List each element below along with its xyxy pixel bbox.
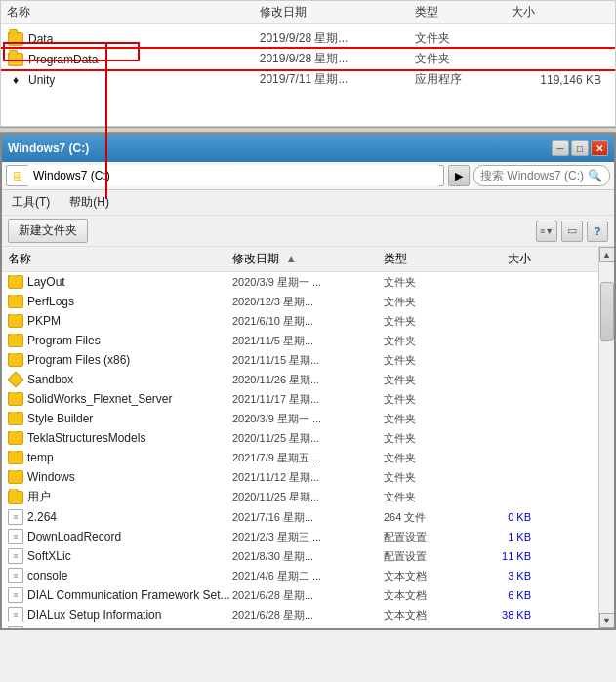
list-file-name: Program Files (x86) — [27, 353, 130, 367]
list-date-cell: 2021/11/17 星期... — [232, 392, 384, 407]
folder-icon — [8, 295, 23, 308]
list-col-type[interactable]: 类型 — [384, 251, 467, 267]
scrollbar-thumb[interactable] — [600, 282, 614, 341]
maximize-button[interactable]: □ — [571, 140, 589, 156]
file-list-pane[interactable]: 名称 修改日期 ▲ 类型 大小 LayOut 2020/3/9 星期一 ... … — [2, 247, 598, 628]
list-file-name: Style Builder — [27, 412, 93, 425]
list-size-cell: 11 KB — [467, 550, 535, 562]
top-file-row[interactable]: Data 2019/9/28 星期... 文件夹 — [1, 28, 615, 49]
list-item[interactable]: Style Builder 2020/3/9 星期一 ... 文件夹 — [2, 409, 598, 428]
list-item[interactable]: PKPM 2021/6/10 星期... 文件夹 — [2, 311, 598, 331]
list-item[interactable]: Program Files (x86) 2021/11/15 星期... 文件夹 — [2, 350, 598, 370]
file-icon: ≡ — [8, 568, 23, 583]
list-item[interactable]: ≡ console 2021/4/6 星期二 ... 文本文档 3 KB — [2, 566, 598, 585]
list-date-cell: 2021/4/6 星期二 ... — [232, 569, 384, 583]
col-header-size: 大小 — [512, 4, 609, 20]
list-item[interactable]: Program Files 2021/11/5 星期... 文件夹 — [2, 331, 598, 350]
list-file-name: console — [27, 569, 67, 582]
list-item[interactable]: Sandbox 2020/11/26 星期... 文件夹 — [2, 370, 598, 389]
list-item[interactable]: TeklaStructuresModels 2020/11/25 星期... 文… — [2, 428, 598, 448]
list-size-cell: 38 KB — [467, 609, 535, 621]
folder-icon — [8, 32, 23, 46]
list-item[interactable]: ≡ SoftXLic 2021/8/30 星期... 配置设置 11 KB — [2, 546, 598, 566]
title-bar: Windows7 (C:) ─ □ ✕ — [2, 135, 614, 162]
new-folder-button[interactable]: 新建文件夹 — [8, 219, 88, 243]
list-date-cell: 2021/6/28 星期... — [232, 608, 384, 622]
folder-icon — [8, 353, 23, 367]
list-type-cell: 配置设置 — [384, 549, 467, 564]
menu-item[interactable]: 工具(T) — [6, 192, 56, 213]
list-name-cell: TeklaStructuresModels — [8, 431, 232, 445]
folder-icon — [8, 412, 23, 425]
sort-arrow: ▲ — [285, 252, 297, 265]
view-panel-button[interactable]: ▭ — [561, 221, 583, 242]
list-col-date[interactable]: 修改日期 ▲ — [232, 251, 384, 267]
list-file-name: DIAL Communication Framework Set... — [27, 588, 230, 602]
list-date-cell: 2021/2/3 星期三 ... — [232, 530, 384, 544]
help-button[interactable]: ? — [587, 221, 608, 242]
list-col-headers: 名称 修改日期 ▲ 类型 大小 — [2, 247, 598, 272]
list-file-name: PKPM — [27, 314, 61, 328]
top-cell-type: 文件夹 — [415, 51, 513, 67]
folder-icon — [8, 451, 23, 464]
minimize-button[interactable]: ─ — [552, 140, 569, 156]
list-type-cell: 文件夹 — [384, 314, 467, 329]
address-input[interactable] — [27, 165, 439, 186]
file-icon: ≡ — [8, 626, 23, 628]
search-input[interactable] — [480, 169, 588, 182]
list-size-cell: 1 KB — [467, 531, 535, 542]
list-item[interactable]: ≡ 2.264 2021/7/16 星期... 264 文件 0 KB — [2, 507, 598, 527]
address-bar-container: 🖥 — [6, 165, 444, 186]
col-header-type: 类型 — [415, 4, 513, 20]
list-file-name: TeklaStructuresModels — [27, 431, 145, 445]
explorer-window: Windows7 (C:) ─ □ ✕ 🖥 ▶ 🔍 工具(T)帮助(H) 新建文… — [0, 133, 616, 630]
list-col-name[interactable]: 名称 — [8, 251, 232, 267]
top-cell-name: ProgramData — [7, 52, 260, 67]
list-file-name: SoftXLic — [27, 549, 71, 563]
menu-item[interactable]: 帮助(H) — [63, 192, 115, 213]
list-file-name: Program Files — [27, 334, 101, 347]
list-date-cell: 2020/11/25 星期... — [232, 431, 384, 446]
list-date-cell: 2021/6/10 星期... — [232, 314, 384, 329]
list-item[interactable]: ≡ DIALux Setup Information 2021/6/28 星期.… — [2, 605, 598, 624]
list-type-cell: 文件 — [384, 627, 467, 629]
list-name-cell: ≡ bootmgr — [8, 626, 232, 628]
top-cell-date: 2019/9/28 星期... — [260, 30, 415, 47]
list-date-cell: 2020/3/9 星期一 ... — [232, 412, 384, 426]
folder-icon — [8, 275, 23, 289]
list-date-cell: 2020/3/9 星期一 ... — [232, 275, 384, 290]
close-button[interactable]: ✕ — [591, 140, 608, 156]
list-item[interactable]: 用户 2020/11/25 星期... 文件夹 — [2, 487, 598, 507]
list-date-cell: 2020/11/25 星期... — [232, 490, 384, 504]
address-icon: 🖥 — [11, 169, 23, 183]
top-file-row[interactable]: ProgramData 2019/9/28 星期... 文件夹 — [1, 49, 615, 69]
list-size-cell: 6 KB — [467, 589, 535, 601]
list-col-size[interactable]: 大小 — [467, 251, 535, 267]
file-icon: ≡ — [8, 529, 23, 544]
list-item[interactable]: ≡ DIAL Communication Framework Set... 20… — [2, 585, 598, 605]
list-date-cell: 2021/6/28 星期... — [232, 588, 384, 603]
list-file-name: LayOut — [27, 275, 65, 289]
top-cell-date: 2019/9/28 星期... — [260, 51, 415, 67]
list-type-cell: 文本文档 — [384, 608, 467, 622]
list-item[interactable]: temp 2021/7/9 星期五 ... 文件夹 — [2, 448, 598, 467]
list-item[interactable]: ≡ bootmgr 2010/11/21 星期... 文件 375 KB — [2, 624, 598, 628]
list-name-cell: Program Files — [8, 334, 232, 347]
top-file-row[interactable]: ♦ Unity 2019/7/11 星期... 应用程序 119,146 KB — [1, 69, 615, 90]
list-item[interactable]: LayOut 2020/3/9 星期一 ... 文件夹 — [2, 272, 598, 292]
scroll-up-button[interactable]: ▲ — [599, 247, 615, 262]
list-item[interactable]: Windows 2021/11/12 星期... 文件夹 — [2, 467, 598, 487]
view-list-button[interactable]: ≡▼ — [536, 221, 557, 242]
scroll-down-button[interactable]: ▼ — [599, 613, 615, 628]
scrollbar-track[interactable]: ▲ ▼ — [598, 247, 614, 628]
search-box: 🔍 — [473, 165, 610, 186]
list-type-cell: 文件夹 — [384, 412, 467, 426]
address-go-button[interactable]: ▶ — [448, 165, 470, 186]
top-cell-name: Data — [7, 31, 260, 47]
list-item[interactable]: SolidWorks_Flexnet_Server 2021/11/17 星期.… — [2, 389, 598, 409]
list-size-cell: 3 KB — [467, 570, 535, 582]
menubar: 工具(T)帮助(H) — [2, 190, 614, 216]
list-item[interactable]: PerfLogs 2020/12/3 星期... 文件夹 — [2, 292, 598, 311]
list-file-name: PerfLogs — [27, 295, 74, 308]
list-item[interactable]: ≡ DownLoadRecord 2021/2/3 星期三 ... 配置设置 1… — [2, 527, 598, 546]
